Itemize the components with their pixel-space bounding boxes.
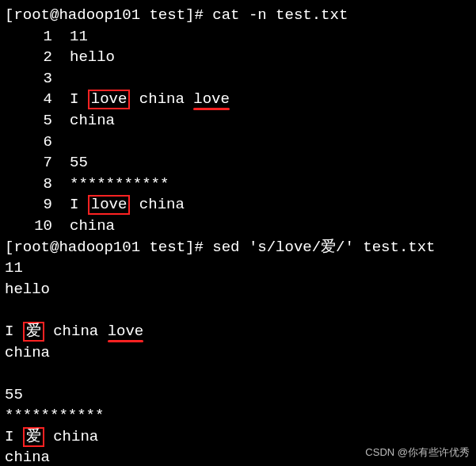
content: 55 (70, 154, 88, 171)
prompt-dir: test (149, 239, 185, 256)
cat-line-1: 111 (5, 26, 471, 48)
prompt-host: hadoop101 (59, 6, 140, 24)
lineno: 2 (5, 47, 52, 68)
cat-line-10: 10china (5, 216, 471, 237)
lineno: 9 (5, 194, 52, 216)
pre: I (70, 196, 88, 213)
cat-line-8: 8*********** (5, 174, 471, 195)
lineno: 6 (5, 132, 52, 153)
post: china (44, 428, 98, 445)
lineno: 8 (5, 174, 52, 195)
content: hello (70, 48, 115, 66)
content: china (70, 112, 115, 129)
prompt-line-1: [root@hadoop101 test]# cat -n test.txt (5, 5, 471, 26)
content: 11 (5, 259, 23, 277)
lineno: 4 (5, 89, 52, 110)
cat-line-2: 2hello (5, 47, 471, 68)
content: china (70, 217, 115, 235)
prompt-dir: test (149, 6, 185, 24)
command-sed: sed 's/love/爱/' test.txt (212, 239, 435, 256)
mid: china (44, 323, 108, 340)
prompt-host: hadoop101 (59, 239, 140, 256)
sed-line-3 (5, 300, 471, 321)
sed-line-5: china (5, 342, 471, 364)
lineno: 7 (5, 152, 52, 174)
lineno: 3 (5, 68, 52, 90)
highlight-underline: love (193, 90, 230, 108)
cat-line-3: 3 (5, 68, 471, 90)
command-cat: cat -n test.txt (212, 6, 348, 24)
sed-line-7: 55 (5, 384, 471, 406)
highlight-box: 爱 (23, 322, 44, 342)
content: hello (5, 281, 50, 298)
content: 11 (70, 28, 88, 45)
sed-line-4: I 爱 china love (5, 321, 471, 342)
highlight-box: 爱 (23, 427, 44, 447)
highlight-box: love (88, 90, 131, 109)
cat-line-6: 6 (5, 132, 471, 153)
prompt-user: root (13, 239, 50, 256)
content: china (5, 449, 50, 466)
lineno: 5 (5, 110, 52, 132)
content: 55 (5, 386, 23, 403)
pre: I (5, 428, 23, 445)
highlight-underline: love (108, 323, 144, 340)
prompt-user: root (13, 6, 50, 24)
pre: I (70, 90, 88, 108)
watermark: CSDN @你有些许优秀 (365, 445, 470, 460)
terminal[interactable]: [root@hadoop101 test]# cat -n test.txt 1… (5, 5, 471, 466)
sed-line-9: I 爱 china (5, 426, 471, 448)
content: china (5, 344, 50, 361)
prompt-symbol: # (194, 6, 203, 24)
cat-line-7: 755 (5, 152, 471, 174)
sed-line-1: 11 (5, 258, 471, 279)
highlight-box: love (88, 195, 131, 215)
pre: I (5, 323, 23, 340)
content: *********** (70, 175, 169, 193)
cat-line-4: 4I love china love (5, 89, 471, 110)
sed-line-2: hello (5, 279, 471, 300)
sed-line-6 (5, 363, 471, 384)
cat-line-5: 5china (5, 110, 471, 132)
cat-line-9: 9I love china (5, 194, 471, 216)
prompt-symbol: # (194, 239, 203, 256)
post: china (130, 196, 184, 213)
content: *********** (5, 407, 104, 424)
lineno: 10 (5, 216, 52, 237)
mid: china (130, 90, 193, 108)
prompt-line-2: [root@hadoop101 test]# sed 's/love/爱/' t… (5, 237, 471, 258)
sed-line-8: *********** (5, 405, 471, 426)
lineno: 1 (5, 26, 52, 48)
